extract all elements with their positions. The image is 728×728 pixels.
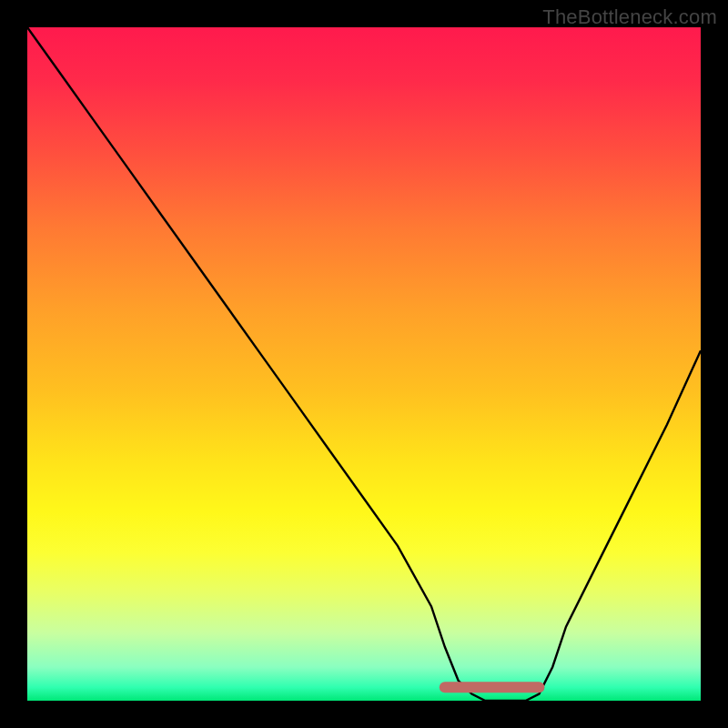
watermark-text: TheBottleneck.com [542, 5, 717, 29]
curve-layer [27, 27, 701, 701]
chart-frame: TheBottleneck.com [0, 0, 728, 728]
plot-area [27, 27, 701, 701]
main-curve [27, 27, 701, 701]
